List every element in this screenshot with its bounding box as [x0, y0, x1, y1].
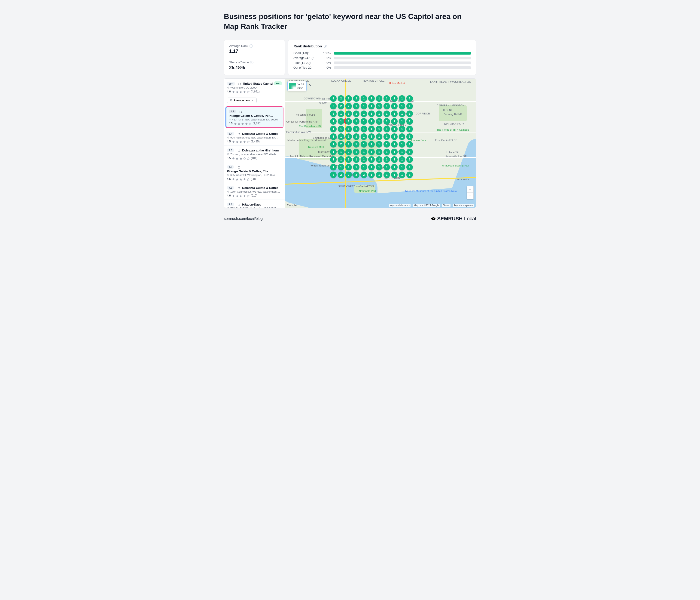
rank-pin[interactable]: 1: [376, 111, 382, 117]
rank-pin[interactable]: 1: [360, 126, 367, 132]
rank-pin[interactable]: 1: [391, 172, 398, 178]
rank-pin[interactable]: 1: [399, 156, 405, 163]
rank-pin[interactable]: 1: [330, 149, 336, 155]
external-link-icon[interactable]: [238, 149, 240, 152]
rank-pin[interactable]: 1: [383, 164, 390, 170]
rank-pin[interactable]: 1: [330, 134, 336, 140]
listing-item[interactable]: 4.3 Dolcezza at the Hirshhorn 7th and, I…: [224, 145, 285, 162]
rank-pin[interactable]: 1: [338, 149, 344, 155]
rank-pin[interactable]: 1: [345, 134, 352, 140]
external-link-icon[interactable]: [238, 186, 240, 189]
rank-pin[interactable]: 1: [406, 141, 413, 147]
rank-pin[interactable]: 1: [399, 126, 405, 132]
external-link-icon[interactable]: [239, 110, 242, 113]
rank-pin[interactable]: 1: [338, 164, 344, 170]
rank-pin[interactable]: 1: [360, 164, 367, 170]
rank-pin[interactable]: 1: [406, 172, 413, 178]
rank-pin[interactable]: 1: [399, 164, 405, 170]
rank-pin[interactable]: 1: [406, 103, 413, 110]
rank-pin[interactable]: 1: [353, 118, 359, 125]
rank-pin[interactable]: 1: [368, 126, 375, 132]
rank-pin[interactable]: 1: [368, 118, 375, 125]
rank-pin[interactable]: 1: [345, 156, 352, 163]
terms-link[interactable]: Terms: [442, 204, 450, 207]
rank-pin[interactable]: 1: [406, 126, 413, 132]
rank-pin[interactable]: 1: [391, 134, 398, 140]
rank-pin[interactable]: 1: [368, 134, 375, 140]
rank-pin[interactable]: 1: [353, 134, 359, 140]
rank-pin[interactable]: 1: [376, 118, 382, 125]
rank-pin[interactable]: 1: [383, 111, 390, 117]
rank-pin[interactable]: 1: [368, 149, 375, 155]
rank-pin[interactable]: 1: [345, 164, 352, 170]
rank-pin[interactable]: 2: [338, 95, 344, 102]
rank-pin[interactable]: 1: [368, 141, 375, 147]
you-name[interactable]: United States Capitol: [243, 82, 273, 85]
rank-pin[interactable]: 2: [338, 103, 344, 110]
listing-item[interactable]: 4.5 Pitango Gelato & Coffee, The Wharf 6…: [224, 162, 285, 183]
rank-pin[interactable]: 1: [383, 126, 390, 132]
zoom-out-button[interactable]: −: [467, 193, 473, 199]
rank-pin[interactable]: 1: [399, 111, 405, 117]
rank-pin[interactable]: 1: [353, 141, 359, 147]
rank-pin[interactable]: 1: [391, 95, 398, 102]
rank-pin[interactable]: 1: [353, 149, 359, 155]
rank-pin[interactable]: 1: [360, 95, 367, 102]
rank-pin[interactable]: 1: [376, 134, 382, 140]
rank-pin[interactable]: 1: [391, 141, 398, 147]
rank-pin[interactable]: 1: [383, 103, 390, 110]
rank-pin[interactable]: 1: [353, 156, 359, 163]
rank-pin[interactable]: 2: [338, 141, 344, 147]
info-icon[interactable]: i: [250, 61, 253, 64]
sort-dropdown[interactable]: Average rank: [227, 98, 257, 103]
rank-pin[interactable]: 2: [345, 149, 352, 155]
external-link-icon[interactable]: [238, 203, 240, 206]
rank-pin[interactable]: 1: [406, 156, 413, 163]
listing-item[interactable]: 7.3 Dolcezza Gelato & Coffee 1704 Connec…: [224, 183, 285, 199]
rank-pin[interactable]: 1: [360, 156, 367, 163]
rank-pin[interactable]: 1: [383, 156, 390, 163]
rank-pin[interactable]: 1: [383, 149, 390, 155]
rank-pin[interactable]: 1: [376, 164, 382, 170]
rank-pin[interactable]: 1: [399, 95, 405, 102]
rank-pin[interactable]: 2: [345, 172, 352, 178]
rank-pin[interactable]: 1: [399, 118, 405, 125]
rank-pin[interactable]: 1: [360, 111, 367, 117]
rank-pin[interactable]: 1: [383, 95, 390, 102]
rank-pin[interactable]: 1: [376, 141, 382, 147]
report-error-link[interactable]: Report a map error: [453, 204, 474, 207]
rank-pin[interactable]: 1: [376, 95, 382, 102]
rank-pin[interactable]: 1: [383, 141, 390, 147]
rank-pin[interactable]: 1: [399, 103, 405, 110]
rank-pin[interactable]: 1: [368, 103, 375, 110]
rank-pin[interactable]: 1: [338, 134, 344, 140]
rank-pin[interactable]: 1: [399, 172, 405, 178]
rank-pin[interactable]: 1: [376, 156, 382, 163]
external-link-icon[interactable]: [238, 82, 241, 85]
rank-pin[interactable]: 1: [406, 134, 413, 140]
rank-pin[interactable]: 2: [330, 111, 336, 117]
rank-pin[interactable]: 1: [383, 172, 390, 178]
rank-pin[interactable]: 1: [391, 118, 398, 125]
rank-pin[interactable]: 1: [383, 118, 390, 125]
rank-pin[interactable]: 1: [338, 156, 344, 163]
rank-pin[interactable]: 1: [345, 126, 352, 132]
rank-pin[interactable]: 1: [406, 95, 413, 102]
rank-pin[interactable]: 1: [338, 111, 344, 117]
rank-pin[interactable]: 1: [368, 156, 375, 163]
rank-pin[interactable]: 2: [353, 95, 359, 102]
rank-pin[interactable]: 1: [330, 156, 336, 163]
rank-pin[interactable]: 1: [391, 156, 398, 163]
rank-pin[interactable]: 1: [353, 103, 359, 110]
rank-pin[interactable]: 1: [360, 141, 367, 147]
rank-pin[interactable]: 1: [399, 134, 405, 140]
rank-pin[interactable]: 1: [345, 111, 352, 117]
rank-pin[interactable]: 1: [391, 164, 398, 170]
rank-pin[interactable]: 1: [391, 149, 398, 155]
rank-pin[interactable]: 1: [406, 149, 413, 155]
rank-pin[interactable]: 1: [376, 149, 382, 155]
rank-pin[interactable]: 1: [330, 141, 336, 147]
rank-pin[interactable]: 1: [376, 103, 382, 110]
rank-pin[interactable]: 1: [338, 126, 344, 132]
rank-pin[interactable]: 1: [368, 164, 375, 170]
